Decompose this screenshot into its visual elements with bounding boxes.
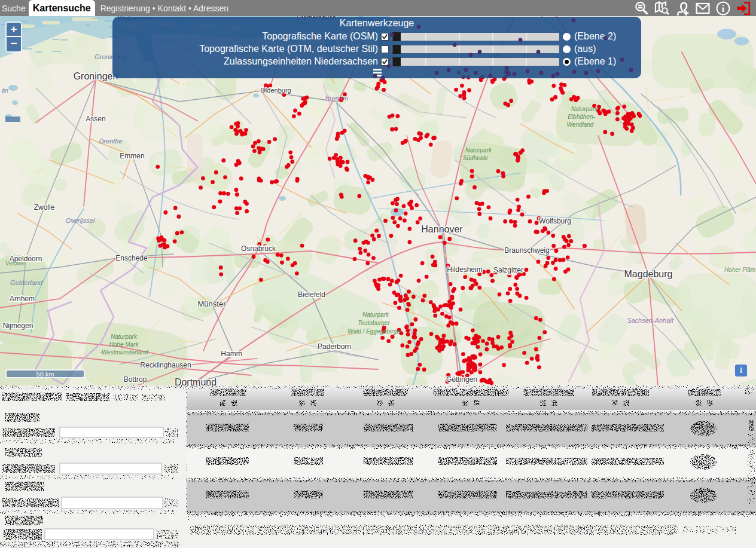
svg-text:Groningen: Groningen (74, 71, 118, 81)
svg-text:Wald / Eggegebirge: Wald / Eggegebirge (347, 328, 400, 335)
svg-text:-Westmünsterland: -Westmünsterland (100, 349, 148, 356)
svg-text:Hohe Mark: Hohe Mark (109, 341, 139, 348)
svg-text:Bielefeld: Bielefeld (298, 290, 325, 299)
svg-text:Zwolle: Zwolle (34, 203, 55, 212)
svg-text:Hildesheim: Hildesheim (447, 265, 482, 274)
svg-text:Naturpark: Naturpark (362, 311, 389, 318)
svg-text:Wolfsburg: Wolfsburg (539, 217, 571, 225)
svg-text:Naturpark: Naturpark (111, 333, 138, 340)
svg-text:Dortmund: Dortmund (175, 377, 217, 385)
svg-text:Hamm: Hamm (221, 350, 242, 358)
svg-text:Naturpark: Naturpark (571, 106, 598, 112)
svg-text:Veluwe: Veluwe (5, 260, 25, 267)
svg-text:Elbhöhen-: Elbhöhen- (568, 114, 595, 120)
svg-text:Nijmegen: Nijmegen (3, 322, 33, 330)
svg-text:Südheide: Südheide (463, 155, 489, 161)
svg-text:Drenthe: Drenthe (99, 137, 122, 145)
svg-text:Teutoburger: Teutoburger (358, 320, 390, 326)
svg-text:Hannover: Hannover (421, 224, 463, 234)
svg-text:Bottrop: Bottrop (124, 375, 147, 384)
svg-text:Sachsen-Anhalt: Sachsen-Anhalt (627, 317, 674, 324)
svg-text:Braunschweig: Braunschweig (504, 246, 549, 255)
svg-text:Oldenburg: Oldenburg (260, 87, 291, 94)
svg-text:Naturpark: Naturpark (465, 147, 492, 154)
svg-text:Arnhem: Arnhem (10, 295, 35, 303)
svg-text:Wendland: Wendland (567, 121, 594, 128)
svg-text:än: än (1, 87, 8, 94)
svg-text:Bremen: Bremen (325, 94, 349, 102)
svg-text:Göttingen: Göttingen (446, 375, 477, 384)
svg-text:Recklinghausen: Recklinghausen (140, 361, 191, 369)
svg-text:Overijssel: Overijssel (66, 217, 95, 224)
svg-text:Osnabrück: Osnabrück (241, 244, 276, 253)
svg-text:Gelderland: Gelderland (10, 279, 43, 286)
svg-text:Salzgitter: Salzgitter (493, 266, 523, 274)
svg-text:Paderborn: Paderborn (318, 342, 351, 351)
svg-text:Enschede: Enschede (115, 254, 148, 262)
svg-text:Münster: Münster (198, 299, 227, 308)
svg-text:Hoher Fläm: Hoher Fläm (724, 267, 755, 273)
svg-text:Assen: Assen (86, 115, 105, 123)
svg-text:Magdeburg: Magdeburg (624, 269, 673, 279)
svg-text:Emmen: Emmen (120, 152, 144, 160)
